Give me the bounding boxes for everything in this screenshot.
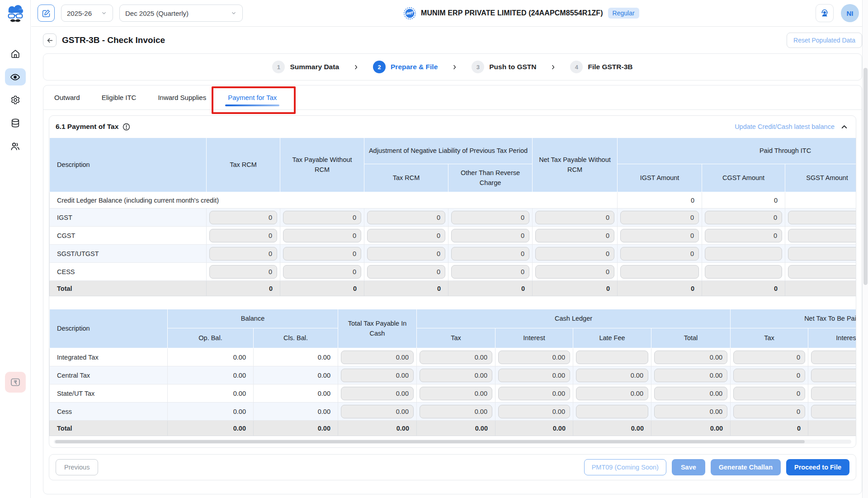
step-file-gstr3b[interactable]: 4 File GSTR-3B	[570, 61, 632, 73]
amount-input[interactable]	[620, 211, 699, 224]
amount-cell	[338, 366, 417, 384]
vertical-scrollbar-thumb[interactable]	[863, 68, 868, 285]
amount-input[interactable]	[705, 211, 782, 224]
amount-input[interactable]	[811, 369, 856, 382]
amount-input[interactable]	[576, 369, 648, 382]
amount-input[interactable]	[498, 387, 570, 400]
amount-input[interactable]	[209, 247, 277, 261]
amount-input[interactable]	[283, 211, 361, 224]
amount-input[interactable]	[341, 369, 414, 382]
amount-input[interactable]	[576, 405, 648, 418]
sidebar-item-data[interactable]	[5, 114, 26, 132]
amount-input[interactable]	[367, 265, 445, 279]
period-select[interactable]: Dec 2025 (Quarterly)	[119, 5, 243, 22]
amount-input[interactable]	[420, 405, 492, 418]
amount-input[interactable]	[498, 351, 570, 364]
amount-input[interactable]	[451, 211, 529, 224]
amount-input[interactable]	[733, 387, 805, 400]
sidebar-item-users[interactable]	[5, 138, 26, 155]
amount-input[interactable]	[811, 387, 856, 400]
sidebar-item-review[interactable]	[5, 68, 26, 85]
amount-input[interactable]	[788, 265, 856, 279]
amount-input[interactable]	[733, 369, 805, 382]
amount-input[interactable]	[451, 265, 529, 279]
step-summary-data[interactable]: 1 Summary Data	[272, 61, 339, 73]
amount-input[interactable]	[811, 351, 856, 364]
tab-eligible-itc[interactable]: Eligible ITC	[91, 85, 147, 109]
amount-input[interactable]	[788, 229, 856, 242]
amount-input[interactable]	[209, 229, 277, 242]
amount-input[interactable]	[576, 387, 648, 400]
amount-input[interactable]	[420, 351, 492, 364]
amount-input[interactable]	[733, 351, 805, 364]
amount-input[interactable]	[705, 265, 782, 279]
amount-input[interactable]	[654, 387, 727, 400]
amount-input[interactable]	[535, 247, 614, 261]
tab-outward[interactable]: Outward	[43, 85, 91, 109]
svg-text:GST: GST	[406, 12, 413, 15]
info-icon[interactable]	[122, 123, 131, 131]
amount-input[interactable]	[654, 351, 727, 364]
reset-populated-data-button[interactable]: Reset Populated Data	[787, 33, 862, 48]
amount-input[interactable]	[498, 369, 570, 382]
amount-input[interactable]	[535, 265, 614, 279]
amount-input[interactable]	[705, 247, 782, 261]
compose-note-button[interactable]	[38, 5, 55, 22]
amount-input[interactable]	[367, 229, 445, 242]
amount-input[interactable]	[620, 247, 699, 261]
save-button[interactable]: Save	[672, 459, 705, 475]
avatar[interactable]: NI	[841, 4, 859, 22]
pmt09-button[interactable]: PMT09 (Coming Soon)	[584, 459, 666, 475]
update-balance-link[interactable]: Update Credit/Cash latest balance	[735, 123, 835, 130]
step-number: 1	[272, 61, 285, 73]
amount-input[interactable]	[341, 351, 414, 364]
amount-input[interactable]	[341, 405, 414, 418]
proceed-to-file-button[interactable]: Proceed to File	[786, 459, 849, 475]
amount-input[interactable]	[576, 351, 648, 364]
horizontal-scrollbar[interactable]	[54, 440, 851, 444]
col-header-op-bal: Op. Bal.	[168, 328, 254, 348]
amount-input[interactable]	[620, 265, 699, 279]
amount-input[interactable]	[283, 229, 361, 242]
amount-input[interactable]	[367, 247, 445, 261]
amount-input[interactable]	[654, 405, 727, 418]
amount-input[interactable]	[733, 405, 805, 418]
amount-input[interactable]	[535, 229, 614, 242]
amount-input[interactable]	[451, 229, 529, 242]
amount-input[interactable]	[811, 405, 856, 418]
step-push-to-gstn[interactable]: 3 Push to GSTN	[472, 61, 536, 73]
amount-input[interactable]	[620, 229, 699, 242]
section-header: 6.1 Payment of Tax Update Credit/Cash la…	[49, 116, 856, 138]
previous-button[interactable]: Previous	[56, 459, 98, 475]
tab-label: Payment for Tax	[228, 94, 277, 101]
tab-payment-for-tax[interactable]: Payment for Tax	[217, 85, 288, 109]
back-button[interactable]	[43, 33, 57, 47]
amount-input[interactable]	[209, 211, 277, 224]
tab-inward-supplies[interactable]: Inward Supplies	[147, 85, 217, 109]
fiscal-year-select[interactable]: 2025-26	[61, 5, 113, 22]
amount-input[interactable]	[535, 211, 614, 224]
sidebar-item-settings[interactable]	[5, 91, 26, 109]
amount-input[interactable]	[420, 387, 492, 400]
amount-input[interactable]	[451, 247, 529, 261]
rupee-ledger-button[interactable]	[5, 372, 26, 393]
munim-logo[interactable]	[5, 4, 26, 25]
amount-input[interactable]	[209, 265, 277, 279]
sidebar-item-home[interactable]	[5, 45, 26, 62]
amount-input[interactable]	[367, 211, 445, 224]
amount-input[interactable]	[788, 211, 856, 224]
amount-input[interactable]	[283, 265, 361, 279]
amount-input[interactable]	[283, 247, 361, 261]
amount-input[interactable]	[788, 247, 856, 261]
amount-input[interactable]	[705, 229, 782, 242]
horizontal-scrollbar-thumb[interactable]	[55, 440, 805, 443]
vertical-scrollbar[interactable]	[862, 0, 868, 498]
support-button[interactable]	[816, 4, 834, 22]
amount-input[interactable]	[498, 405, 570, 418]
amount-input[interactable]	[341, 387, 414, 400]
generate-challan-button[interactable]: Generate Challan	[711, 459, 781, 475]
collapse-section-button[interactable]	[840, 123, 849, 131]
amount-input[interactable]	[654, 369, 727, 382]
step-prepare-file[interactable]: 2 Prepare & File	[373, 61, 438, 73]
amount-input[interactable]	[420, 369, 492, 382]
